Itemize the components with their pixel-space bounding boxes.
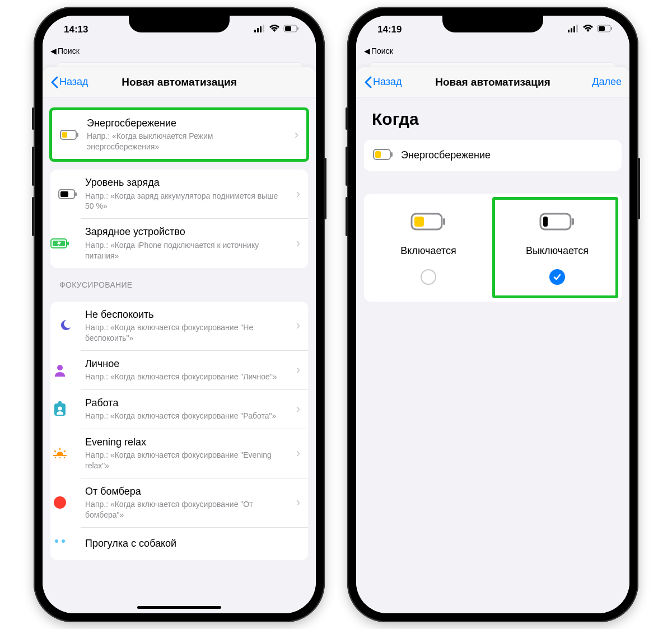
section-header-focus: ФОКУСИРОВАНИЕ [43, 268, 316, 294]
back-label: Назад [59, 76, 88, 88]
choice-turns-on[interactable]: Включается [372, 213, 485, 285]
battery-level-icon [58, 185, 77, 204]
choice-label: Включается [400, 245, 456, 257]
svg-rect-38 [611, 27, 612, 30]
svg-rect-37 [599, 26, 605, 31]
svg-point-16 [57, 365, 63, 370]
svg-rect-2 [260, 26, 262, 32]
trigger-dog-walk[interactable]: Прогулка с собакой [81, 527, 308, 560]
moon-icon [58, 316, 77, 335]
trigger-low-power[interactable]: Энергосбережение Напр.: «Когда выключает… [52, 110, 306, 159]
trigger-low-power-highlight: Энергосбережение Напр.: «Когда выключает… [49, 107, 309, 162]
volume-button [32, 107, 34, 130]
row-title: От бомбера [85, 485, 288, 498]
svg-rect-1 [257, 28, 259, 32]
chevron-right-icon: › [296, 236, 300, 251]
back-button[interactable]: Назад [364, 76, 402, 88]
svg-rect-35 [576, 25, 578, 32]
svg-point-26 [55, 457, 56, 458]
svg-rect-12 [75, 192, 77, 196]
trigger-dnd[interactable]: Не беспокоить Напр.: «Когда включается ф… [50, 302, 308, 350]
chevron-right-icon: › [295, 128, 298, 142]
breadcrumb[interactable]: ◀ Поиск [43, 44, 316, 58]
radio-checked-icon[interactable] [549, 269, 565, 285]
row-title: Evening relax [85, 436, 288, 449]
sunset-icon [50, 444, 69, 463]
row-sub: Напр.: «Когда iPhone подключается к исто… [85, 240, 288, 261]
chevron-right-icon: › [296, 363, 300, 377]
row-sub: Напр.: «Когда заряд аккумулятора подниме… [85, 191, 288, 212]
volume-button [346, 107, 348, 130]
svg-rect-11 [60, 191, 68, 197]
row-sub: Напр.: «Когда включается фокусирование "… [85, 372, 288, 382]
next-button[interactable]: Далее [592, 76, 622, 88]
home-indicator[interactable] [137, 606, 221, 609]
breadcrumb[interactable]: ◀ Поиск [356, 44, 629, 58]
battery-icon [597, 24, 613, 35]
volume-up-button [346, 147, 348, 186]
red-dot-icon [50, 493, 69, 512]
radio-unchecked-icon[interactable] [421, 269, 436, 285]
trigger-charger[interactable]: Зарядное устройство Напр.: «Когда iPhone… [81, 218, 308, 267]
svg-rect-43 [414, 217, 424, 227]
svg-point-27 [59, 457, 60, 458]
row-sub: Напр.: «Когда включается фокусирование "… [85, 450, 288, 471]
choice-turns-off[interactable]: Выключается [501, 213, 614, 285]
battery-triggers-card: Уровень заряда Напр.: «Когда заряд аккум… [50, 170, 308, 267]
power-button [638, 158, 640, 219]
svg-point-29 [54, 496, 66, 509]
svg-rect-5 [285, 26, 291, 31]
back-button[interactable]: Назад [50, 76, 88, 88]
row-sub: Напр.: «Когда включается фокусирование "… [85, 411, 288, 421]
trigger-personal[interactable]: Личное Напр.: «Когда включается фокусиро… [81, 350, 308, 389]
focus-triggers-card: Не беспокоить Напр.: «Когда включается ф… [50, 302, 308, 561]
row-title: Не беспокоить [85, 308, 288, 321]
section-heading: Когда [356, 97, 629, 132]
svg-point-19 [58, 407, 62, 411]
choice-card: Включается Выключается [364, 194, 622, 302]
battery-low-icon [60, 125, 79, 144]
trigger-bomber[interactable]: От бомбера Напр.: «Когда включается фоку… [81, 478, 308, 527]
volume-down-button [32, 197, 34, 236]
cellular-icon [254, 24, 265, 35]
row-sub: Напр.: «Когда выключается Режим энергосб… [87, 131, 287, 152]
badge-icon [50, 400, 69, 419]
svg-rect-8 [62, 132, 67, 138]
nav-bar: Назад Новая автоматизация Далее [356, 67, 629, 97]
battery-low-icon [373, 149, 393, 162]
volume-down-button [346, 197, 348, 236]
choice-label: Выключается [526, 245, 589, 257]
phone-left: 14:13 ◀ Поиск Назад [34, 7, 325, 622]
back-label: Назад [373, 76, 402, 88]
trigger-battery-level[interactable]: Уровень заряда Напр.: «Когда заряд аккум… [50, 170, 308, 218]
svg-line-24 [64, 450, 66, 452]
svg-rect-33 [571, 28, 572, 32]
svg-point-30 [55, 539, 58, 543]
trigger-work[interactable]: Работа Напр.: «Когда включается фокусиро… [81, 389, 308, 429]
svg-rect-32 [568, 30, 570, 32]
svg-line-23 [54, 450, 56, 452]
svg-rect-46 [543, 217, 548, 227]
trigger-summary-row[interactable]: Энергосбережение [364, 140, 622, 171]
cellular-icon [568, 24, 579, 35]
svg-rect-40 [375, 151, 381, 158]
nav-bar: Назад Новая автоматизация [43, 67, 316, 97]
chevron-right-icon: › [296, 495, 300, 510]
summary-label: Энергосбережение [401, 149, 491, 162]
row-sub: Напр.: «Когда включается фокусирование "… [85, 499, 288, 520]
row-title: Энергосбережение [87, 117, 287, 130]
chevron-right-icon: › [296, 187, 300, 201]
trigger-evening-relax[interactable]: Evening relax Напр.: «Когда включается ф… [81, 429, 308, 478]
battery-on-icon [410, 213, 446, 233]
trigger-summary-card: Энергосбережение [364, 140, 622, 171]
row-title: Личное [85, 358, 288, 370]
person-icon [50, 360, 69, 379]
svg-rect-15 [67, 241, 69, 245]
svg-rect-34 [573, 26, 575, 32]
row-title: Зарядное устройство [85, 226, 288, 238]
chevron-left-icon: ◀ [50, 46, 57, 55]
svg-rect-47 [572, 218, 574, 225]
svg-rect-41 [391, 152, 393, 157]
battery-charging-icon [50, 234, 69, 253]
status-time: 14:13 [64, 24, 88, 35]
